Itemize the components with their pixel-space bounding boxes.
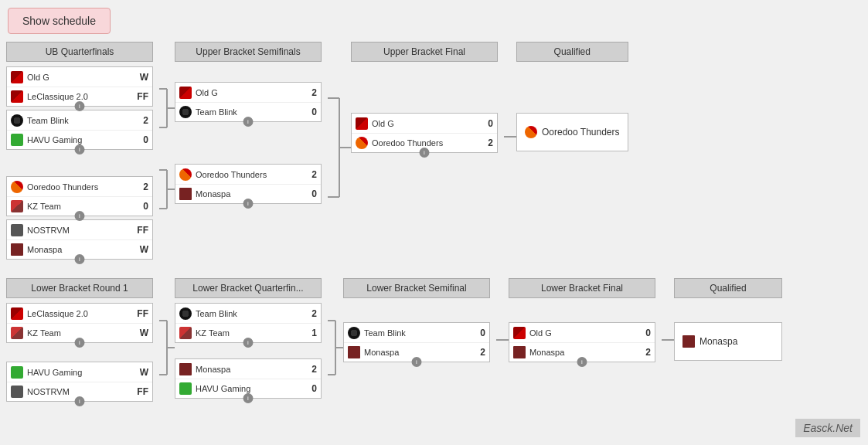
team-name: KZ Team [27,202,131,211]
monaspa-icon [179,363,192,375]
connector-3 [504,70,516,195]
team-score: 2 [634,347,651,358]
dota-icon [513,327,526,339]
lb-connector-1 [159,301,175,404]
table-row: Old G W [7,67,152,87]
ub-quarterfinals-header: UB Quarterfinals [6,42,153,62]
table-row: Ooredoo Thunders 2 [175,165,321,184]
kz-icon [11,200,23,212]
connector-2 [328,70,351,263]
info-button[interactable]: i [75,396,85,406]
dota-icon [11,71,23,83]
dota-icon [179,87,192,99]
team-score: 2 [300,87,317,98]
team-score: 0 [468,328,485,338]
table-row: Old G 0 [352,114,497,133]
team-score: 2 [476,138,493,148]
blink-icon [348,327,360,339]
team-name: KZ Team [27,328,131,338]
team-score: W [131,328,148,338]
lb-sf-header: Lower Bracket Semifinal [343,278,490,298]
team-score: 0 [131,134,148,145]
lb-sf-match: Team Blink 0 Monaspa 2 i [343,322,490,362]
info-button[interactable]: i [75,101,85,111]
team-name: Ooredoo Thunders [196,170,300,179]
team-score: FF [131,308,148,319]
team-score: 2 [131,182,148,192]
team-score: FF [131,386,148,397]
team-name: Team Blink [196,309,300,318]
info-button[interactable]: i [243,199,254,209]
table-row: Old G 0 [509,323,655,342]
table-row: HAVU Gaming W [7,362,152,382]
team-name: LeClassique 2.0 [27,309,131,318]
havu-icon [179,382,192,395]
team-name: Monaspa [196,189,300,199]
ub-final-col: Upper Bracket Final Old G 0 Ooredoo Thun… [351,42,498,153]
team-score: 1 [300,328,317,338]
lb-qf-col: Lower Bracket Quarterfin... Team Blink 2… [175,278,322,399]
blink-icon [179,106,192,118]
team-name: Old G [196,88,300,97]
team-score: 0 [300,107,317,117]
info-button[interactable]: i [577,357,587,367]
team-score: W [131,72,148,83]
info-button[interactable]: i [75,338,85,348]
table-row: Old G 2 [175,83,321,102]
team-name: Ooredoo Thunders [27,182,131,192]
team-name: NOSTRVM [27,226,131,235]
info-button[interactable]: i [243,117,254,127]
lb-r1-match-2: HAVU Gaming W NOSTRVM FF i [6,362,153,402]
connector-1 [159,70,175,232]
connector-svg-3 [504,70,516,193]
info-button[interactable]: i [75,254,85,264]
team-score: 0 [476,118,493,129]
team-score: W [131,367,148,378]
monaspa-icon [682,335,695,348]
ooredoo-icon [179,168,192,181]
lb-connector-3 [496,301,509,365]
monaspa-icon [11,243,23,256]
team-score: 2 [468,347,485,358]
team-name: Old G [27,73,131,82]
ub-sf-match-1: Old G 2 Team Blink 0 i [175,82,322,122]
ub-final-header: Upper Bracket Final [351,42,498,62]
team-name: HAVU Gaming [27,135,131,144]
qualified-lower-header: Qualified [674,278,782,298]
lb-qf-header: Lower Bracket Quarterfin... [175,278,322,298]
team-score: 0 [634,328,651,338]
team-score: 2 [131,115,148,126]
ub-semifinals-header: Upper Bracket Semifinals [175,42,322,62]
info-button[interactable]: i [75,211,85,221]
team-name: Old G [529,328,634,338]
info-button[interactable]: i [420,148,430,158]
lb-r1-match-1: LeClassique 2.0 FF KZ Team W i [6,303,153,343]
lb-connector-2 [328,301,343,404]
qualified-upper-col: Qualified Ooredoo Thunders [516,42,628,151]
qualified-team: Monaspa [700,336,737,347]
team-name: KZ Team [196,328,300,338]
team-score: 2 [300,364,317,375]
info-button[interactable]: i [243,393,254,403]
ub-qf-match-3: Ooredoo Thunders 2 KZ Team 0 i [6,176,153,216]
havu-icon [11,366,23,379]
havu-icon [11,134,23,146]
team-name: Team Blink [196,107,300,117]
team-name: Monaspa [196,365,300,374]
lb-connector-svg-1 [159,301,175,402]
team-score: FF [131,225,148,236]
table-row: Monaspa 2 [175,359,321,379]
info-button[interactable]: i [243,338,254,348]
qualified-team: Ooredoo Thunders [542,127,620,138]
info-button[interactable]: i [75,144,85,155]
team-score: W [131,244,148,255]
lb-qf-match-2: Monaspa 2 HAVU Gaming 0 i [175,358,322,399]
ub-semifinals-col: Upper Bracket Semifinals Old G 2 Team Bl… [175,42,322,207]
team-score: 0 [300,383,317,394]
kz-icon [11,327,23,339]
info-button[interactable]: i [412,357,422,367]
ub-quarterfinals-col: UB Quarterfinals Old G W LeClassique 2.0… [6,42,153,263]
monaspa-icon [513,346,526,358]
lower-bracket: Lower Bracket Round 1 LeClassique 2.0 FF… [6,278,862,404]
show-schedule-button[interactable]: Show schedule [8,8,111,34]
